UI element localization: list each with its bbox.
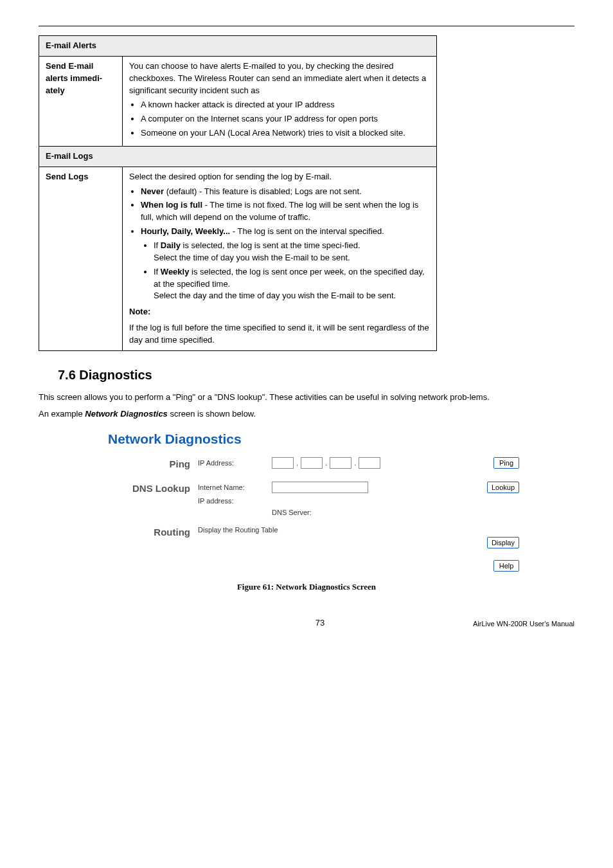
section-heading: 7.6 Diagnostics — [58, 368, 574, 383]
ip-address-label: IP Address: — [198, 459, 272, 467]
ip-octet-3[interactable] — [330, 457, 351, 469]
section-p2-bold: Network Diagnostics — [85, 409, 168, 419]
logs-bullet-list: Never (default) - This feature is disabl… — [129, 186, 430, 303]
help-button[interactable]: Help — [493, 560, 519, 572]
section-p2-post: screen is shown below. — [168, 409, 256, 419]
logs-daily-rest: is selected, the log is sent at the time… — [181, 240, 360, 250]
logs-hdw-bold: Hourly, Daily, Weekly... — [141, 226, 230, 236]
send-alerts-content: You can choose to have alerts E-mailed t… — [123, 56, 437, 146]
internet-name-input[interactable] — [272, 482, 368, 493]
ping-row-label: Ping — [108, 457, 198, 469]
routing-text: Display the Routing Table — [198, 526, 278, 534]
alerts-intro: You can choose to have alerts E-mailed t… — [129, 60, 430, 97]
logs-subbullets: If Daily is selected, the log is sent at… — [141, 240, 430, 302]
alerts-bullet-3: Someone on your LAN (Local Area Network)… — [141, 127, 430, 140]
logs-weekly-pre: If — [154, 267, 161, 276]
ip-dot: . — [354, 459, 356, 467]
note-label: Note: — [129, 307, 150, 316]
ip-dot: . — [296, 459, 298, 467]
logs-daily-pre: If — [154, 240, 161, 250]
ip-octet-1[interactable] — [272, 457, 294, 469]
internet-name-label: Internet Name: — [198, 484, 272, 491]
logs-hdw: Hourly, Daily, Weekly... - The log is se… — [141, 226, 430, 302]
ip-dot: . — [325, 459, 327, 467]
email-logs-header: E-mail Logs — [39, 146, 437, 167]
section-p1: This screen allows you to perform a "Pin… — [39, 392, 574, 403]
alerts-bullet-1: A known hacker attack is directed at you… — [141, 99, 430, 111]
logs-weekly: If Weekly is selected, the log is sent o… — [154, 266, 430, 303]
logs-hdw-rest: - The log is sent on the interval specif… — [230, 226, 384, 236]
logs-never: Never (default) - This feature is disabl… — [141, 186, 430, 198]
logs-weekly-line2: Select the day and the time of day you w… — [154, 291, 396, 300]
routing-row-label: Routing — [108, 525, 198, 538]
diagnostics-panel: Network Diagnostics Ping IP Address: . .… — [108, 431, 519, 572]
send-logs-content: Select the desired option for sending th… — [123, 167, 437, 350]
logs-daily-line2: Select the time of day you wish the E-ma… — [154, 253, 350, 262]
ip-address2-label: IP address: — [198, 497, 272, 505]
send-alerts-label: Send E-mail alerts immedi-ately — [39, 56, 123, 146]
logs-daily: If Daily is selected, the log is sent at… — [154, 240, 430, 264]
alerts-bullet-list: A known hacker attack is directed at you… — [129, 99, 430, 140]
note-text: If the log is full before the time speci… — [129, 322, 430, 347]
logs-full: When log is full - The time is not fixed… — [141, 199, 430, 224]
dns-server-label: DNS Server: — [272, 509, 474, 516]
manual-name: AirLive WN-200R User's Manual — [473, 620, 574, 628]
dns-row-label: DNS Lookup — [108, 482, 198, 494]
ip-octet-4[interactable] — [359, 457, 380, 469]
figure-caption: Figure 61: Network Diagnostics Screen — [39, 582, 574, 592]
section-p2-pre: An example — [39, 409, 85, 419]
lookup-button[interactable]: Lookup — [487, 482, 519, 493]
logs-weekly-rest: is selected, the log is sent once per we… — [154, 267, 425, 289]
logs-never-bold: Never — [141, 186, 164, 196]
logs-daily-bold: Daily — [161, 240, 181, 250]
diagnostics-title: Network Diagnostics — [108, 431, 519, 447]
logs-weekly-bold: Weekly — [161, 267, 190, 276]
ip-octet-2[interactable] — [301, 457, 323, 469]
logs-intro: Select the desired option for sending th… — [129, 171, 430, 183]
logs-table: E-mail Alerts Send E-mail alerts immedi-… — [39, 35, 437, 351]
display-button[interactable]: Display — [487, 537, 519, 548]
alerts-bullet-2: A computer on the Internet scans your IP… — [141, 113, 430, 125]
section-p2: An example Network Diagnostics screen is… — [39, 408, 574, 420]
email-alerts-header: E-mail Alerts — [39, 36, 437, 57]
logs-full-bold: When log is full — [141, 200, 202, 210]
page-number: 73 — [167, 618, 473, 628]
logs-never-rest: (default) - This feature is disabled; Lo… — [164, 186, 362, 196]
ping-button[interactable]: Ping — [493, 457, 519, 469]
send-logs-label: Send Logs — [39, 167, 123, 350]
